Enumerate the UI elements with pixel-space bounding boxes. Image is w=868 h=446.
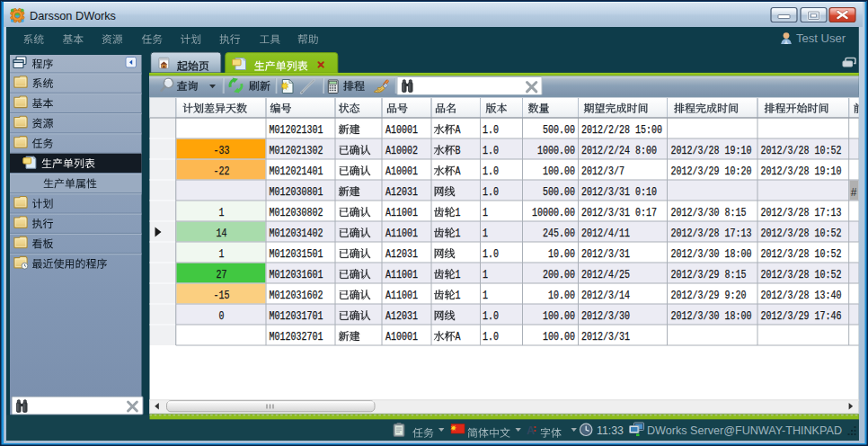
svg-text:1: 1	[483, 227, 488, 240]
svg-text:15:00: 15:00	[635, 124, 662, 137]
svg-text:1: 1	[483, 269, 488, 281]
svg-text:2012/3/28: 2012/3/28	[761, 207, 810, 219]
svg-text:A11001: A11001	[385, 227, 418, 240]
svg-text:M012031701: M012031701	[270, 310, 323, 323]
svg-text:1: 1	[483, 290, 488, 302]
svg-text:2012/3/29: 2012/3/29	[671, 269, 720, 281]
svg-text:-15: -15	[214, 290, 230, 302]
svg-text:1: 1	[456, 227, 461, 240]
svg-text:17:46: 17:46	[815, 310, 842, 323]
svg-text:13:40: 13:40	[815, 290, 842, 302]
svg-text:2012/3/28: 2012/3/28	[761, 145, 810, 157]
svg-text:10:20: 10:20	[725, 165, 752, 178]
svg-text:2012/3/28: 2012/3/28	[671, 145, 720, 157]
svg-text:1: 1	[456, 269, 461, 281]
svg-text:19:10: 19:10	[725, 145, 752, 157]
svg-text:2012/3/28: 2012/3/28	[761, 165, 810, 178]
svg-text:2012/2/24: 2012/2/24	[581, 145, 630, 157]
svg-text:2012/3/28: 2012/3/28	[761, 227, 810, 240]
svg-text:M012021401: M012021401	[270, 165, 323, 178]
svg-text:-22: -22	[214, 165, 230, 178]
svg-text:A10002: A10002	[385, 145, 418, 157]
svg-text:2012/3/30: 2012/3/30	[671, 310, 720, 323]
svg-text:A11001: A11001	[385, 290, 418, 302]
svg-text:M012021301: M012021301	[270, 124, 323, 137]
svg-text:27: 27	[217, 269, 227, 281]
svg-text:Test User: Test User	[796, 31, 846, 45]
svg-text:100.00: 100.00	[543, 331, 575, 343]
svg-text:17:13: 17:13	[725, 227, 752, 240]
svg-text:245.00: 245.00	[543, 227, 575, 240]
svg-text:A12031: A12031	[385, 310, 418, 323]
svg-text:A10001: A10001	[385, 331, 418, 343]
svg-text:2012/3/31: 2012/3/31	[581, 186, 630, 199]
svg-text:2012/3/29: 2012/3/29	[761, 310, 810, 323]
svg-text:A10001: A10001	[385, 124, 418, 137]
svg-text:2012/3/30: 2012/3/30	[671, 207, 720, 219]
svg-text:2012/4/11: 2012/4/11	[581, 227, 630, 240]
svg-text:10.00: 10.00	[548, 290, 575, 302]
svg-text:M012031601: M012031601	[270, 269, 323, 281]
svg-text:10:52: 10:52	[815, 269, 842, 281]
svg-text:17:13: 17:13	[815, 207, 842, 219]
svg-text:M012032701: M012032701	[270, 331, 323, 343]
svg-text:A12031: A12031	[385, 248, 418, 261]
svg-text:M012031602: M012031602	[270, 290, 323, 302]
svg-text:M012031402: M012031402	[270, 227, 323, 240]
svg-text:2012/3/28: 2012/3/28	[761, 269, 810, 281]
svg-text:M012021302: M012021302	[270, 145, 323, 157]
svg-text:1000.00: 1000.00	[537, 145, 575, 157]
svg-text:B: B	[456, 145, 461, 157]
svg-text:19:10: 19:10	[815, 165, 842, 178]
svg-text:#: #	[851, 187, 857, 200]
svg-text:18:00: 18:00	[725, 310, 752, 323]
svg-text:A: A	[527, 424, 535, 437]
svg-text:A11001: A11001	[385, 269, 418, 281]
svg-text:2012/3/14: 2012/3/14	[581, 290, 630, 302]
svg-text:100.00: 100.00	[543, 310, 575, 323]
svg-text:0: 0	[219, 310, 225, 323]
svg-text:DWorks Server@FUNWAY-THINKPAD: DWorks Server@FUNWAY-THINKPAD	[647, 424, 842, 437]
svg-text:M012030801: M012030801	[270, 186, 323, 199]
svg-text:8:15: 8:15	[725, 207, 747, 219]
svg-text:2012/3/29: 2012/3/29	[671, 165, 720, 178]
svg-text:8:15: 8:15	[725, 269, 747, 281]
svg-text:1: 1	[456, 290, 461, 302]
svg-text:500.00: 500.00	[543, 186, 575, 199]
svg-text:10:52: 10:52	[815, 227, 842, 240]
svg-text:1.0: 1.0	[483, 248, 499, 261]
svg-text:A: A	[456, 124, 461, 137]
svg-text:1: 1	[483, 207, 488, 219]
svg-text:8:00: 8:00	[635, 145, 657, 157]
svg-text:9:20: 9:20	[725, 290, 747, 302]
svg-text:2012/3/31: 2012/3/31	[581, 331, 630, 343]
svg-text:2012/4/25: 2012/4/25	[581, 269, 630, 281]
svg-text:M012030802: M012030802	[270, 207, 323, 219]
svg-text:2012/3/31: 2012/3/31	[581, 207, 630, 219]
svg-text:2012/2/28: 2012/2/28	[581, 124, 630, 137]
svg-text:2012/3/28: 2012/3/28	[671, 227, 720, 240]
svg-text:M012031501: M012031501	[270, 248, 323, 261]
svg-text:1: 1	[219, 248, 225, 261]
svg-text:10.00: 10.00	[548, 248, 575, 261]
svg-text:500.00: 500.00	[543, 124, 575, 137]
svg-text:100.00: 100.00	[543, 165, 575, 178]
svg-text:Darsson DWorks: Darsson DWorks	[30, 9, 116, 22]
svg-text:11:33: 11:33	[597, 424, 624, 437]
svg-text:200.00: 200.00	[543, 269, 575, 281]
svg-text:0:10: 0:10	[635, 186, 657, 199]
svg-text:A: A	[456, 165, 461, 178]
svg-text:1.0: 1.0	[483, 145, 499, 157]
svg-text:10:52: 10:52	[815, 145, 842, 157]
svg-text:1.0: 1.0	[483, 186, 499, 199]
svg-text:A11001: A11001	[385, 207, 418, 219]
svg-text:2012/3/31: 2012/3/31	[581, 248, 630, 261]
svg-text:1: 1	[456, 207, 461, 219]
svg-text:18:00: 18:00	[725, 248, 752, 261]
svg-text:0:17: 0:17	[635, 207, 657, 219]
svg-text:A: A	[456, 331, 461, 343]
svg-text:A12031: A12031	[385, 186, 418, 199]
svg-text:2012/3/30: 2012/3/30	[671, 248, 720, 261]
svg-text:2012/3/29: 2012/3/29	[671, 290, 720, 302]
svg-text:2012/3/28: 2012/3/28	[761, 290, 810, 302]
